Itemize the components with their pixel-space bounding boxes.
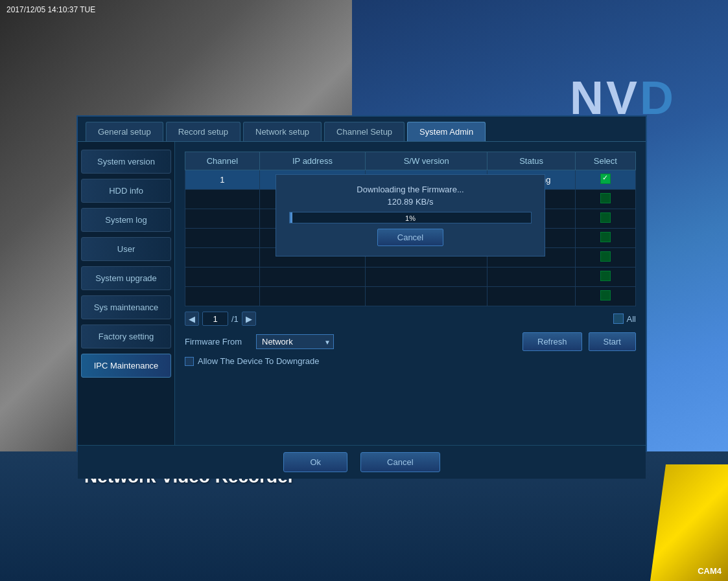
downgrade-checkbox[interactable]	[185, 357, 194, 366]
cell-select-empty[interactable]	[575, 287, 635, 306]
all-label: All	[627, 314, 636, 324]
cell-empty	[185, 209, 260, 229]
tab-channel-setup[interactable]: Channel Setup	[324, 122, 405, 141]
cell-empty	[259, 287, 365, 306]
all-checkbox-container: All	[613, 313, 636, 324]
cell-empty	[185, 268, 260, 287]
tab-bar: General setup Record setup Network setup…	[78, 117, 646, 141]
download-overlay: Downloading the Firmware... 120.89 KB/s …	[276, 174, 545, 256]
table-row	[185, 287, 636, 306]
cell-empty	[185, 229, 260, 248]
main-area: Channel IP address S/W version Status Se…	[175, 142, 646, 445]
sidebar-item-hdd-info[interactable]: HDD info	[81, 179, 171, 203]
cell-select-empty[interactable]	[575, 248, 635, 268]
checkbox-empty-icon[interactable]	[600, 251, 611, 262]
page-total: /1	[231, 314, 239, 324]
cell-empty	[185, 287, 260, 306]
all-checkbox[interactable]	[613, 313, 624, 324]
col-header-select: Select	[575, 152, 635, 170]
pagination: ◀ /1 ▶ All	[185, 312, 636, 326]
cell-empty	[487, 268, 575, 287]
firmware-from-label: Firmware From	[185, 337, 250, 347]
cell-select-empty[interactable]	[575, 209, 635, 229]
cell-empty	[185, 190, 260, 209]
cell-channel: 1	[185, 170, 260, 190]
checkbox-empty-icon[interactable]	[600, 232, 611, 242]
page-number-input[interactable]	[202, 312, 228, 326]
cell-empty	[487, 287, 575, 306]
main-dialog: General setup Record setup Network setup…	[76, 115, 647, 452]
checkbox-empty-icon[interactable]	[600, 212, 611, 223]
col-header-status: Status	[487, 152, 575, 170]
table-row	[185, 268, 636, 287]
firmware-row: Firmware From Network USB ▼ Refresh Star…	[185, 332, 636, 351]
prev-page-button[interactable]: ◀	[185, 312, 199, 326]
col-header-channel: Channel	[185, 152, 260, 170]
checkbox-empty-icon[interactable]	[600, 290, 611, 301]
cell-select-empty[interactable]	[575, 268, 635, 287]
checkbox-empty-icon[interactable]	[600, 271, 611, 281]
download-speed: 120.89 KB/s	[289, 197, 532, 207]
sidebar-item-system-log[interactable]: System log	[81, 208, 171, 232]
progress-bar-label: 1%	[290, 212, 531, 224]
col-header-sw: S/W version	[365, 152, 487, 170]
sidebar-item-system-upgrade[interactable]: System upgrade	[81, 266, 171, 290]
sidebar-item-ipc-maintenance[interactable]: IPC Maintenance	[81, 354, 171, 378]
start-button[interactable]: Start	[589, 332, 636, 351]
cell-select-empty[interactable]	[575, 229, 635, 248]
refresh-button[interactable]: Refresh	[523, 332, 582, 351]
cell-select[interactable]	[575, 170, 635, 190]
cancel-button[interactable]: Cancel	[360, 452, 440, 472]
cell-empty	[365, 268, 487, 287]
tab-system-admin[interactable]: System Admin	[407, 122, 486, 141]
downgrade-label: Allow The Device To Downgrade	[198, 356, 319, 366]
tab-general-setup[interactable]: General setup	[86, 122, 163, 141]
sidebar-item-sys-maintenance[interactable]: Sys maintenance	[81, 295, 171, 319]
cell-empty	[185, 248, 260, 268]
cell-empty	[259, 268, 365, 287]
ok-button[interactable]: Ok	[283, 452, 347, 472]
tab-record-setup[interactable]: Record setup	[166, 122, 241, 141]
dialog-footer: Ok Cancel	[78, 445, 646, 479]
next-page-button[interactable]: ▶	[242, 312, 256, 326]
col-header-ip: IP address	[259, 152, 365, 170]
sidebar-item-system-version[interactable]: System version	[81, 150, 171, 174]
cancel-download-button[interactable]: Cancel	[377, 229, 443, 246]
sidebar-item-factory-setting[interactable]: Factory setting	[81, 325, 171, 348]
progress-bar-container: 1%	[289, 212, 532, 223]
sidebar-item-user[interactable]: User	[81, 237, 171, 261]
cell-empty	[365, 287, 487, 306]
download-text: Downloading the Firmware...	[289, 185, 532, 194]
sidebar: System version HDD info System log User …	[78, 142, 175, 445]
downgrade-row: Allow The Device To Downgrade	[185, 356, 636, 366]
checkbox-empty-icon[interactable]	[600, 193, 611, 203]
firmware-select[interactable]: Network USB	[256, 334, 334, 349]
cell-select-empty[interactable]	[575, 190, 635, 209]
timestamp: 2017/12/05 14:10:37 TUE	[6, 5, 95, 14]
cam4-label: CAM4	[698, 566, 722, 576]
dialog-content: System version HDD info System log User …	[78, 142, 646, 445]
tab-network-setup[interactable]: Network setup	[243, 122, 322, 141]
firmware-select-wrapper: Network USB ▼	[256, 334, 334, 349]
checkbox-checked-icon[interactable]	[600, 174, 611, 184]
